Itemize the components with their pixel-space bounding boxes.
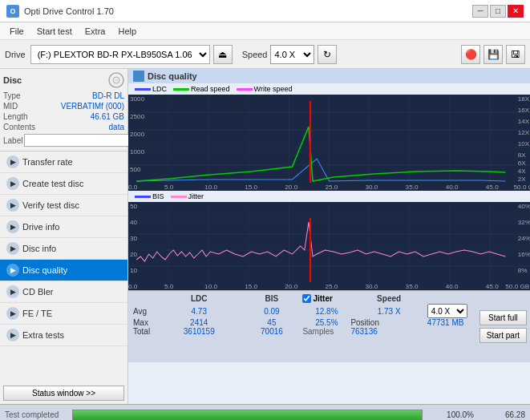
stats-avg-jitter: 12.8% xyxy=(302,304,350,318)
sidebar-item-disc-info[interactable]: ▶ Disc info xyxy=(0,238,127,260)
sidebar-item-create-test-disc[interactable]: ▶ Create test disc xyxy=(0,173,127,195)
svg-text:15.0: 15.0 xyxy=(245,184,257,191)
disc-header: Disc xyxy=(3,72,124,88)
svg-text:15.0: 15.0 xyxy=(245,283,257,290)
top-chart: 3000 2500 2000 1000 500 18X 16X 14X 12X … xyxy=(128,95,530,191)
status-window-button[interactable]: Status window >> xyxy=(3,386,124,401)
legend-write-speed-color xyxy=(237,88,253,91)
sidebar: Disc Type BD-R DL MID VERBATIMf (000) Le… xyxy=(0,69,128,404)
disc-mid-value: VERBATIMf (000) xyxy=(61,102,124,111)
svg-text:50.0 GB: 50.0 GB xyxy=(514,184,530,191)
svg-text:0.0: 0.0 xyxy=(128,184,138,191)
disc-type-label: Type xyxy=(3,91,21,100)
stats-col-header-empty xyxy=(133,293,157,304)
stats-avg-speed: 1.73 X xyxy=(350,304,427,318)
svg-text:1000: 1000 xyxy=(130,148,145,155)
legend-jitter-color xyxy=(171,196,187,198)
drive-select[interactable]: (F:) PLEXTOR BD-R PX-LB950SA 1.06 xyxy=(30,45,210,64)
speed-label: Speed xyxy=(242,50,268,59)
stats-max-bis: 45 xyxy=(241,318,302,327)
menu-extra[interactable]: Extra xyxy=(79,25,112,38)
svg-text:20: 20 xyxy=(130,251,138,258)
close-button[interactable]: ✕ xyxy=(508,5,524,18)
minimize-button[interactable]: ─ xyxy=(472,5,488,18)
menu-bar: File Start test Extra Help xyxy=(0,22,530,40)
legend-read-speed: Read speed xyxy=(173,85,230,93)
legend-ldc-color xyxy=(135,88,151,91)
start-full-button[interactable]: Start full xyxy=(479,310,527,325)
maximize-button[interactable]: □ xyxy=(490,5,506,18)
menu-start-test[interactable]: Start test xyxy=(30,25,79,38)
sidebar-item-verify-test-disc[interactable]: ▶ Verify test disc xyxy=(0,195,127,216)
sidebar-item-extra-tests[interactable]: ▶ Extra tests xyxy=(0,325,127,346)
chart-header: Disc quality xyxy=(128,69,530,83)
legend-ldc-label: LDC xyxy=(152,85,167,93)
svg-text:24%: 24% xyxy=(518,235,530,242)
app-title: Opti Drive Control 1.70 xyxy=(24,6,114,16)
svg-text:16X: 16X xyxy=(518,107,530,114)
nav-items: ▶ Transfer rate ▶ Create test disc ▶ Ver… xyxy=(0,151,127,382)
svg-text:5.0: 5.0 xyxy=(164,283,174,290)
stats-table: LDC BIS Jitter Speed xyxy=(133,293,471,336)
disc-contents-value: data xyxy=(109,123,124,131)
toolbar-btn-3[interactable]: 🖫 xyxy=(506,45,525,64)
stats-col-jitter-check: Jitter xyxy=(302,293,350,304)
svg-text:40.0: 40.0 xyxy=(446,184,459,191)
disc-title: Disc xyxy=(3,75,22,85)
legend-read-speed-color xyxy=(173,88,189,91)
sidebar-item-disc-info-label: Disc info xyxy=(22,244,56,253)
stats-col-speed-header: Speed xyxy=(350,293,427,304)
svg-text:8%: 8% xyxy=(518,267,528,274)
svg-text:20.0: 20.0 xyxy=(285,283,297,290)
jitter-label: Jitter xyxy=(313,294,332,303)
toolbar-btn-2[interactable]: 💾 xyxy=(483,45,503,64)
cd-bler-icon: ▶ xyxy=(6,285,19,298)
menu-file[interactable]: File xyxy=(3,25,30,38)
sidebar-item-drive-info[interactable]: ▶ Drive info xyxy=(0,216,127,238)
stats-max-row: Max 2414 45 25.5% Position 47731 MB xyxy=(133,318,471,327)
toolbar-btn-1[interactable]: 🔴 xyxy=(461,45,480,64)
chart-header-icon xyxy=(133,71,144,82)
jitter-checkbox[interactable] xyxy=(302,294,311,303)
sidebar-item-disc-quality[interactable]: ▶ Disc quality xyxy=(0,260,127,281)
title-bar: O Opti Drive Control 1.70 ─ □ ✕ xyxy=(0,0,530,22)
progress-bar-inner xyxy=(73,410,422,420)
svg-text:18X: 18X xyxy=(518,95,530,103)
sidebar-item-cd-bler-label: CD Bler xyxy=(22,287,54,297)
legend-write-speed-label: Write speed xyxy=(254,85,293,93)
sidebar-item-transfer-rate[interactable]: ▶ Transfer rate xyxy=(0,151,127,173)
svg-text:25.0: 25.0 xyxy=(325,283,338,290)
stats-table-area: LDC BIS Jitter Speed xyxy=(128,291,476,362)
sidebar-item-fe-te[interactable]: ▶ FE / TE xyxy=(0,303,127,325)
stats-speed-dropdown[interactable]: 4.0 X xyxy=(427,304,467,318)
refresh-button[interactable]: ↻ xyxy=(318,45,337,64)
svg-text:2500: 2500 xyxy=(130,113,145,120)
progress-bar-container: Test completed 100.0% 66.28 xyxy=(0,404,530,420)
disc-label-input[interactable] xyxy=(24,134,131,147)
stats-col-bis-header: BIS xyxy=(241,293,302,304)
disc-quality-icon: ▶ xyxy=(6,264,19,277)
svg-text:500: 500 xyxy=(130,166,141,173)
drive-label: Drive xyxy=(5,50,26,59)
bottom-chart-legend: BIS Jitter xyxy=(128,191,530,202)
progress-right-value: 66.28 xyxy=(477,410,525,419)
disc-info-icon: ▶ xyxy=(6,242,19,255)
svg-text:45.0: 45.0 xyxy=(486,184,499,191)
speed-select[interactable]: 4.0 X xyxy=(270,45,314,64)
fe-te-icon: ▶ xyxy=(6,307,19,320)
progress-percent: 100.0% xyxy=(426,410,474,419)
svg-text:0.0: 0.0 xyxy=(128,283,138,290)
app-icon: O xyxy=(6,5,19,18)
svg-text:14X: 14X xyxy=(518,118,530,125)
svg-text:25.0: 25.0 xyxy=(325,184,338,191)
top-chart-svg: 3000 2500 2000 1000 500 18X 16X 14X 12X … xyxy=(128,95,530,191)
sidebar-item-cd-bler[interactable]: ▶ CD Bler xyxy=(0,281,127,303)
sidebar-item-disc-quality-label: Disc quality xyxy=(22,265,67,275)
start-part-button[interactable]: Start part xyxy=(479,328,527,343)
stats-max-ldc: 2414 xyxy=(157,318,241,327)
menu-help[interactable]: Help xyxy=(111,25,143,38)
svg-text:30.0: 30.0 xyxy=(365,283,378,290)
eject-button[interactable]: ⏏ xyxy=(213,45,233,64)
svg-text:32%: 32% xyxy=(518,219,530,226)
legend-write-speed: Write speed xyxy=(237,85,293,93)
